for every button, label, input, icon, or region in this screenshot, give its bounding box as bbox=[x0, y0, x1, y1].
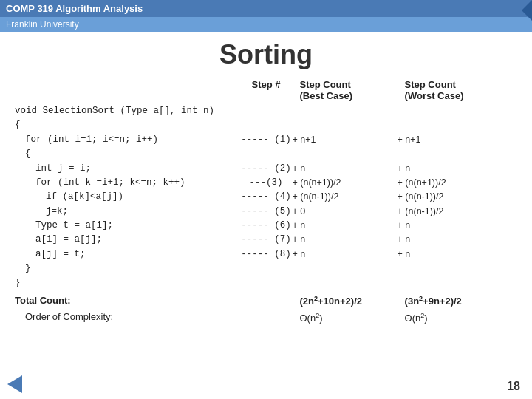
slide-title: Sorting bbox=[15, 39, 517, 70]
code-line-3: for (int i=1; i<=n; i++) ----- (1) + n+1… bbox=[15, 133, 517, 147]
code-line-7: if (a[k]<a[j]) ----- (4) + (n(n-1))/2 + … bbox=[15, 190, 517, 204]
best-header: Step Count (Best Case) bbox=[293, 79, 398, 104]
code-line-9: Type t = a[i]; ----- (6) + n + n bbox=[15, 219, 517, 233]
content-table: Step # Step Count (Best Case) Step Count… bbox=[15, 79, 517, 324]
total-count-row: Total Count: (2n2+10n+2)/2 (3n2+9n+2)/2 bbox=[15, 290, 517, 307]
top-bar: COMP 319 Algorithm Analysis bbox=[0, 0, 532, 17]
code-text: for (int i=1; i<=n; i++) bbox=[15, 133, 158, 147]
code-line-2: { bbox=[15, 118, 517, 132]
header-row: Step # Step Count (Best Case) Step Count… bbox=[15, 79, 517, 104]
total-worst: (3n2+9n+2)/2 bbox=[398, 290, 517, 307]
code-line-12: } bbox=[15, 262, 517, 276]
code-text: Type t = a[i]; bbox=[15, 219, 113, 233]
total-best: (2n2+10n+2)/2 bbox=[293, 290, 398, 307]
code-line-1: void SelectionSort (Type a[], int n) bbox=[15, 104, 517, 118]
complexity-best: Θ(n2) bbox=[293, 307, 398, 323]
code-text: int j = i; bbox=[15, 162, 91, 176]
code-text: j=k; bbox=[15, 205, 68, 219]
code-text: a[i] = a[j]; bbox=[15, 233, 102, 247]
page-number: 18 bbox=[507, 380, 520, 393]
back-arrow-icon[interactable] bbox=[7, 375, 22, 393]
code-text: } bbox=[15, 262, 31, 276]
worst-header: Step Count (Worst Case) bbox=[398, 79, 517, 104]
complexity-label: Order of Complexity: bbox=[15, 307, 239, 323]
code-text: if (a[k]<a[j]) bbox=[15, 190, 123, 204]
code-line-8: j=k; ----- (5) + 0 + (n(n-1))/2 bbox=[15, 205, 517, 219]
code-text: { bbox=[15, 120, 21, 130]
slide-content: Sorting Step # Step Count (Best Case) St… bbox=[0, 32, 532, 331]
code-line-10: a[i] = a[j]; ----- (7) + n + n bbox=[15, 233, 517, 247]
code-line-5: int j = i; ----- (2) + n + n bbox=[15, 162, 517, 176]
code-line-4: { bbox=[15, 147, 517, 161]
code-header bbox=[15, 79, 239, 104]
course-title: COMP 319 Algorithm Analysis bbox=[6, 3, 143, 14]
code-text: } bbox=[15, 278, 21, 288]
code-line-11: a[j] = t; ----- (8) + n + n bbox=[15, 248, 517, 262]
total-label: Total Count: bbox=[15, 290, 239, 307]
university-name: Franklin University bbox=[6, 19, 79, 30]
complexity-worst: Θ(n2) bbox=[398, 307, 517, 323]
sub-bar: Franklin University bbox=[0, 17, 532, 32]
step-header: Step # bbox=[239, 79, 292, 104]
code-text: a[j] = t; bbox=[15, 248, 86, 262]
complexity-row: Order of Complexity: Θ(n2) Θ(n2) bbox=[15, 307, 517, 323]
code-line-13: } bbox=[15, 276, 517, 290]
code-text: { bbox=[15, 147, 31, 161]
code-line-6: for (int k =i+1; k<=n; k++) ---(3) + (n(… bbox=[15, 176, 517, 190]
code-text: void SelectionSort (Type a[], int n) bbox=[15, 106, 214, 116]
code-text: for (int k =i+1; k<=n; k++) bbox=[15, 176, 185, 190]
